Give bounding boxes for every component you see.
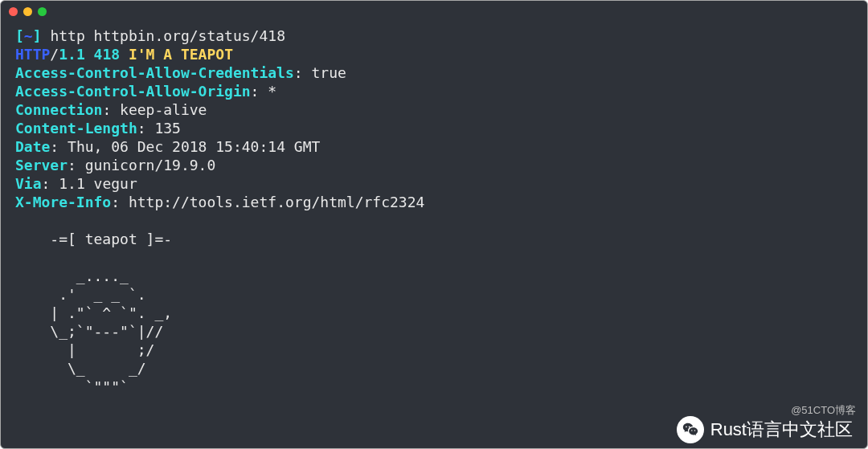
header-name: Date xyxy=(15,138,50,155)
prompt-bracket-open: [ xyxy=(15,27,24,44)
brand-badge: Rust语言中文社区 xyxy=(677,416,853,443)
http-version: 1.1 xyxy=(59,46,85,63)
header-name: Via xyxy=(15,175,42,192)
header-value: Thu, 06 Dec 2018 15:40:14 GMT xyxy=(68,138,320,155)
window-controls xyxy=(9,7,47,16)
header-value: true xyxy=(311,64,346,81)
header-value: 1.1 vegur xyxy=(59,175,137,192)
header-value: keep-alive xyxy=(120,101,207,118)
response-body-art: -=[ teapot ]=- _...._ .' _ _ `. | ."` ^ … xyxy=(15,231,172,395)
command-text: http httpbin.org/status/418 xyxy=(50,27,285,44)
header-name: Content-Length xyxy=(15,120,137,137)
header-value: 135 xyxy=(154,120,181,137)
prompt-cwd: ~ xyxy=(24,27,33,44)
header-value: http://tools.ietf.org/html/rfc2324 xyxy=(129,194,424,210)
terminal-output: [~] http httpbin.org/status/418 HTTP/1.1… xyxy=(15,27,853,396)
header-name: Server xyxy=(15,157,68,173)
header-name: Connection xyxy=(15,101,102,118)
http-protocol: HTTP xyxy=(15,46,50,63)
header-name: Access-Control-Allow-Origin xyxy=(15,83,251,100)
close-icon[interactable] xyxy=(9,7,18,16)
header-value: * xyxy=(268,83,276,100)
brand-text: Rust语言中文社区 xyxy=(710,418,853,442)
header-value: gunicorn/19.9.0 xyxy=(85,157,216,173)
http-slash: / xyxy=(50,46,59,63)
prompt-bracket-close: ] xyxy=(33,27,42,44)
wechat-icon xyxy=(677,416,704,443)
http-reason: I'M A TEAPOT xyxy=(129,46,233,63)
http-code: 418 xyxy=(94,46,121,63)
header-name: Access-Control-Allow-Credentials xyxy=(15,64,294,81)
zoom-icon[interactable] xyxy=(38,7,47,16)
header-name: X-More-Info xyxy=(15,194,111,210)
minimize-icon[interactable] xyxy=(23,7,32,16)
terminal-window: [~] http httpbin.org/status/418 HTTP/1.1… xyxy=(0,0,868,449)
